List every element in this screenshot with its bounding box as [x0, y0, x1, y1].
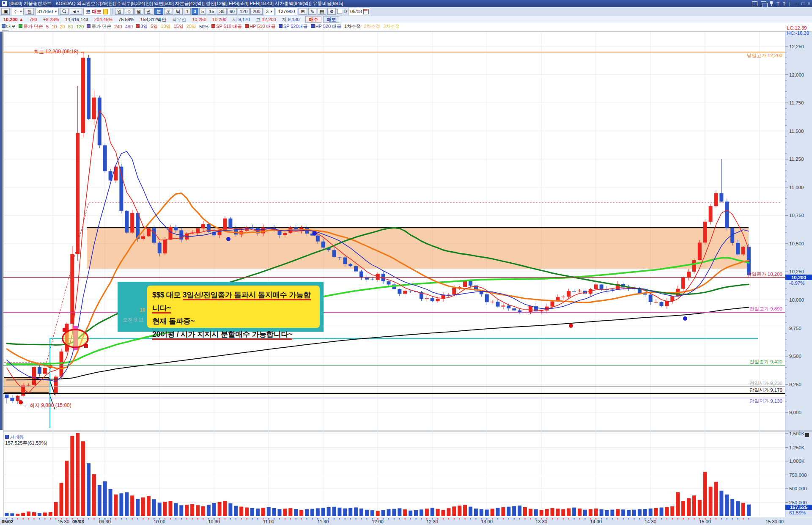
- note-bubble: $$$ 대모 3일선/전일종가 돌파시 돌지매수 가능합니다~ 현재 돌파중~ …: [147, 286, 320, 328]
- chart-window: [0600] 키움종합차트 - KOSDAQ 외국인보유[29(천)] 주식수[…: [0, 0, 812, 525]
- svg-text:09:30: 09:30: [99, 519, 111, 524]
- svg-text:최고 12,200 (09:18) →: 최고 12,200 (09:18) →: [34, 49, 85, 55]
- svg-text:당일고가 12,200: 당일고가 12,200: [747, 53, 782, 58]
- svg-text:500,000: 500,000: [789, 486, 807, 491]
- svg-text:61.59%: 61.59%: [789, 510, 806, 515]
- svg-text:1,000K: 1,000K: [789, 459, 805, 464]
- svg-text:10,000: 10,000: [789, 297, 804, 302]
- panel-backgrounds: [0, 31, 812, 525]
- svg-text:13:30: 13:30: [535, 519, 547, 524]
- svg-text:10,250: 10,250: [789, 269, 804, 274]
- svg-text:10,200: 10,200: [791, 275, 806, 280]
- svg-text:당일종가 10,200: 당일종가 10,200: [747, 272, 782, 277]
- svg-text:9,250: 9,250: [789, 382, 801, 387]
- svg-text:12:00: 12:00: [372, 519, 384, 524]
- note-line1: $$$ 대모 3일선/전일종가 돌파시 돌지매수 가능합니다~: [152, 289, 315, 315]
- chart-canvas[interactable]: 당일고가 12,200당일종가 10,200전일고가 9,890전일종가 9,4…: [0, 0, 812, 525]
- svg-text:11:30: 11:30: [318, 519, 329, 524]
- svg-text:14:00: 14:00: [590, 519, 602, 524]
- svg-text:전일종가 9,420: 전일종가 9,420: [749, 359, 782, 364]
- svg-text:10,500: 10,500: [789, 241, 804, 246]
- svg-text:11,250: 11,250: [789, 157, 804, 162]
- svg-text:10:30: 10:30: [208, 519, 220, 524]
- svg-text:←: ←: [23, 402, 29, 408]
- svg-text:LC:12.39: LC:12.39: [787, 25, 807, 30]
- svg-text:15:00: 15:00: [699, 519, 711, 524]
- svg-text:당일시가 9,170: 당일시가 9,170: [749, 388, 782, 393]
- svg-text:9,500: 9,500: [789, 354, 801, 359]
- svg-text:당일저가 9,130: 당일저가 9,130: [749, 399, 782, 404]
- svg-text:-0.97%: -0.97%: [789, 280, 804, 286]
- svg-text:12,250: 12,250: [789, 44, 804, 49]
- svg-text:12:30: 12:30: [426, 519, 438, 524]
- svg-text:15:30: 15:30: [58, 519, 69, 524]
- svg-text:전일시가 9,230: 전일시가 9,230: [749, 381, 782, 386]
- svg-text:05/03: 05/03: [72, 519, 84, 524]
- svg-text:15:30:00: 15:30:00: [765, 519, 784, 524]
- svg-text:750,000: 750,000: [789, 473, 807, 478]
- svg-text:05/02: 05/02: [2, 519, 14, 524]
- volume-panel-value: 157,525주(61.59%): [5, 440, 47, 446]
- svg-text:12,000: 12,000: [789, 72, 804, 77]
- svg-text:157,525: 157,525: [790, 505, 808, 510]
- svg-text:11,750: 11,750: [789, 100, 804, 105]
- svg-text:9,750: 9,750: [789, 326, 801, 331]
- note-timestamp: 오전 9:11: [123, 316, 144, 324]
- svg-text:11,500: 11,500: [789, 129, 804, 134]
- volume-panel-title: 거래량: [5, 434, 24, 440]
- note-line2: 현재 돌파중~: [152, 315, 315, 328]
- svg-text:13:00: 13:00: [481, 519, 493, 524]
- svg-text:1,250K: 1,250K: [789, 445, 805, 450]
- svg-text:전일고가 9,890: 전일고가 9,890: [749, 306, 782, 311]
- note-annotation[interactable]: $$$ 대모 3일선/전일종가 돌파시 돌지매수 가능합니다~ 현재 돌파중~ …: [118, 282, 324, 332]
- note-unread-count: 10: [140, 307, 145, 313]
- note-line3: 20이평 / 시가 지지시 분할매수 가능합니다~: [152, 328, 315, 341]
- svg-text:HC:-16.39: HC:-16.39: [787, 30, 809, 36]
- svg-text:최저 9,080 (15:00): 최저 9,080 (15:00): [30, 402, 71, 408]
- svg-text:11,000: 11,000: [789, 185, 804, 190]
- svg-text:9,000: 9,000: [789, 410, 801, 415]
- svg-text:11:00: 11:00: [263, 519, 274, 524]
- svg-text:1,500K: 1,500K: [789, 431, 805, 436]
- svg-text:10,750: 10,750: [789, 213, 804, 218]
- svg-text:10:00: 10:00: [154, 519, 165, 524]
- svg-text:14:30: 14:30: [645, 519, 656, 524]
- svg-text:250,000: 250,000: [789, 500, 807, 505]
